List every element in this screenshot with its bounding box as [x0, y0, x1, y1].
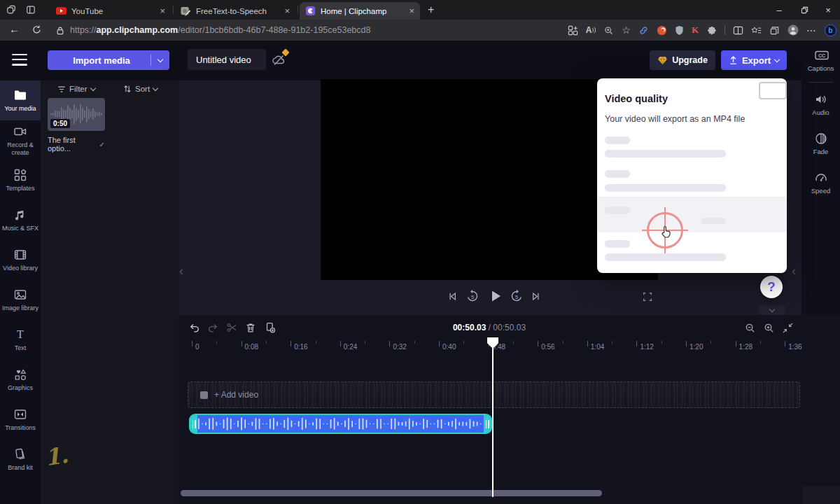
export-button[interactable]: Export	[721, 50, 787, 70]
media-item[interactable]: 0:50 The first optio... ✓	[48, 98, 105, 153]
extension-link-icon[interactable]	[638, 25, 649, 36]
trim-handle-right[interactable]	[484, 415, 491, 433]
zoom-out-button[interactable]	[744, 322, 756, 334]
filter-label: Filter	[69, 85, 88, 93]
bing-chat-icon[interactable]: b	[825, 24, 836, 36]
url-path: /editor/1bcb6bdb-46b7-488e-91b2-195ce53e…	[178, 25, 370, 35]
split-scissors-button[interactable]	[225, 321, 238, 334]
playhead-line[interactable]	[492, 339, 493, 497]
extension-k-icon[interactable]: K	[692, 24, 699, 36]
rewind-5s-button[interactable]: 5	[465, 289, 479, 303]
vertical-tabs-icon[interactable]	[26, 5, 36, 15]
media-thumbnail[interactable]: 0:50	[48, 98, 105, 131]
reload-icon[interactable]	[31, 24, 42, 35]
sidebar-item-brand-kit[interactable]: Brand kit	[0, 440, 41, 479]
collections-icon[interactable]	[769, 25, 780, 36]
sidebar-item-music-sfx[interactable]: Music & SFX	[0, 200, 41, 240]
extensions-puzzle-icon[interactable]	[706, 25, 717, 36]
favorites-star-icon[interactable]: ☆	[622, 24, 631, 36]
sort-dropdown[interactable]: Sort	[123, 80, 158, 97]
tab-separator	[298, 6, 298, 14]
hamburger-menu-icon[interactable]	[12, 54, 27, 66]
chevron-down-icon[interactable]	[158, 57, 163, 62]
split-tab-icon[interactable]	[568, 25, 578, 36]
ruler-tick	[439, 341, 440, 346]
timeline-ruler[interactable]: 00:080:160:240:320:400:480:561:041:121:2…	[178, 338, 840, 356]
window-close-button[interactable]: ×	[816, 0, 840, 20]
waveform	[198, 416, 484, 431]
panel-item-speed[interactable]: Speed	[802, 163, 840, 202]
collapse-right-icon[interactable]: ‹	[792, 264, 796, 279]
browser-tab[interactable]: YouTube×	[50, 2, 171, 20]
sidebar-item-templates[interactable]: Templates	[0, 160, 41, 200]
favorites-bar-icon[interactable]	[751, 25, 762, 36]
redo-button[interactable]	[206, 321, 219, 334]
sidebar-item-transitions[interactable]: Transitions	[0, 400, 41, 440]
undo-button[interactable]	[188, 321, 201, 334]
option-row-highlight[interactable]	[597, 197, 787, 232]
templates-icon	[13, 168, 27, 182]
delete-button[interactable]	[244, 321, 257, 334]
sidebar-item-label: Templates	[1, 185, 40, 192]
sidebar-item-video-library[interactable]: Video library	[0, 240, 41, 280]
trim-handle-left[interactable]	[190, 415, 197, 433]
sidebar-item-graphics[interactable]: Graphics	[0, 360, 41, 400]
timeline-scrollbar[interactable]	[181, 490, 602, 496]
tab-close-icon[interactable]: ×	[284, 6, 290, 15]
ruler-label: 0:56	[541, 343, 554, 351]
browser-tabstrip: YouTube×FreeText-to-Speech×Home | Clipch…	[0, 0, 840, 20]
browser-tab[interactable]: Home | Clipchamp×	[300, 2, 420, 20]
speed-icon	[814, 171, 828, 185]
upgrade-button[interactable]: Upgrade	[650, 50, 715, 70]
panel-item-fade[interactable]: Fade	[802, 124, 840, 163]
forward-5s-button[interactable]: 5	[510, 289, 524, 303]
extension-shield-icon[interactable]	[675, 25, 684, 36]
tab-close-icon[interactable]: ×	[160, 6, 165, 15]
tab-close-icon[interactable]: ×	[409, 6, 414, 15]
filter-dropdown[interactable]: Filter	[57, 80, 95, 97]
tab-actions-icon[interactable]	[6, 5, 16, 15]
zoom-page-icon[interactable]	[603, 25, 614, 36]
sort-label: Sort	[135, 85, 150, 93]
skip-start-button[interactable]	[447, 290, 458, 302]
sidebar-item-your-media[interactable]: Your media	[0, 80, 41, 120]
split-screen-icon[interactable]	[733, 25, 743, 36]
import-media-button[interactable]: Import media	[48, 50, 169, 70]
browser-tab[interactable]: FreeText-to-Speech×	[175, 2, 295, 20]
ruler-tick	[290, 341, 291, 346]
help-button[interactable]: ?	[760, 276, 783, 298]
back-icon[interactable]: ←	[9, 23, 20, 35]
svg-text:CC: CC	[818, 53, 825, 58]
dialog-corner-control[interactable]	[759, 82, 787, 99]
sidebar-item-record-create[interactable]: Record & create	[0, 120, 41, 160]
sidebar-item-image-library[interactable]: Image library	[0, 280, 41, 320]
audio-clip[interactable]	[189, 414, 492, 434]
ruler-minor-tick	[563, 341, 564, 344]
play-button[interactable]	[487, 288, 504, 304]
url-field[interactable]: https://app.clipchamp.com/editor/1bcb6bd…	[56, 22, 370, 38]
new-tab-button[interactable]: +	[428, 3, 434, 17]
export-label: Export	[742, 55, 771, 66]
panel-item-captions[interactable]: CCCaptions	[802, 41, 840, 80]
duplicate-button[interactable]	[264, 321, 276, 334]
skip-end-button[interactable]	[530, 290, 542, 302]
audio-icon	[814, 92, 828, 106]
collapse-left-icon[interactable]: ‹	[179, 264, 183, 279]
fullscreen-icon[interactable]	[642, 291, 653, 302]
zoom-fit-button[interactable]	[782, 322, 794, 334]
collapse-controls-button[interactable]	[759, 305, 785, 315]
panel-item-audio[interactable]: Audio	[802, 85, 840, 124]
more-menu-icon[interactable]: ⋯	[806, 24, 817, 36]
add-video-track[interactable]: + Add video	[188, 382, 800, 408]
read-aloud-icon[interactable]: A	[586, 25, 596, 35]
project-title-input[interactable]	[188, 49, 266, 70]
window-restore-button[interactable]	[792, 0, 816, 20]
sidebar-item-text[interactable]: TText	[0, 320, 41, 360]
button-divider	[150, 55, 151, 66]
zoom-in-button[interactable]	[763, 322, 775, 334]
extension-orange-icon[interactable]	[657, 25, 667, 36]
window-minimize-button[interactable]: –	[767, 0, 791, 20]
sidebar-item-label: Transitions	[1, 424, 40, 431]
filter-icon	[57, 85, 66, 93]
profile-avatar[interactable]	[788, 24, 799, 36]
